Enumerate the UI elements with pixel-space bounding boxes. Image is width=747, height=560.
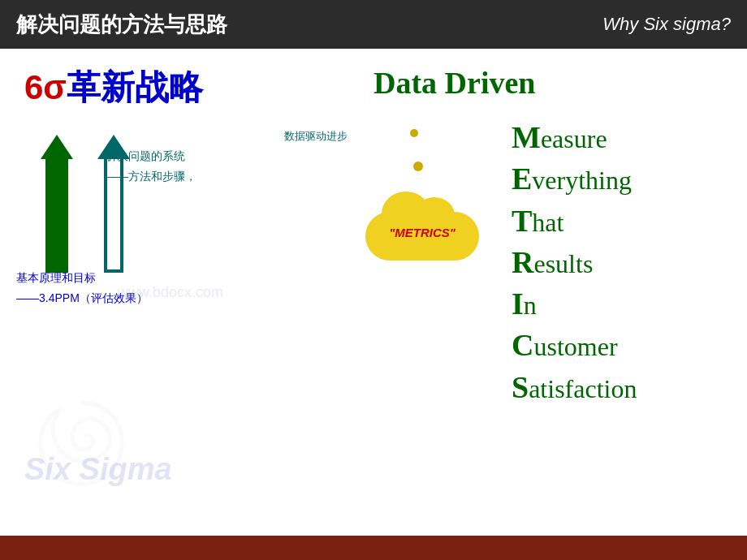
header-title: 解决问题的方法与思路	[16, 11, 227, 39]
metrics-word-everything: Everything	[512, 158, 637, 200]
header: 解决问题的方法与思路 Why Six sigma?	[0, 0, 747, 49]
left-panel: 6σ革新战略 解决问题的系统 ——方法和步骤，	[0, 49, 341, 536]
rest-satisfaction: atisfaction	[529, 374, 637, 403]
arrow-shaft-filled	[45, 159, 68, 273]
dot-1	[410, 129, 418, 137]
rest-customer: ustomer	[533, 332, 617, 361]
text-block-principles: 基本原理和目标 ——3.4PPM（评估效果）	[16, 268, 148, 308]
rest-results: esults	[533, 249, 593, 278]
metrics-word-measure: Measure	[512, 117, 637, 158]
footer	[0, 536, 747, 560]
letter-R: R	[512, 245, 533, 279]
metrics-subtitle: 数据驱动进步	[284, 129, 348, 144]
metrics-word-in: In	[512, 283, 637, 325]
metrics-container: 数据驱动进步 "METRICS" Measure Everything	[349, 113, 731, 408]
metrics-word-that: That	[512, 200, 637, 242]
letter-C: C	[512, 328, 533, 362]
arrow-head-filled	[41, 135, 73, 159]
title-rest: 革新战略	[67, 68, 203, 106]
data-driven-title: Data Driven	[374, 65, 731, 101]
letter-E: E	[512, 162, 532, 196]
text-methods-line2: ——方法和步骤，	[106, 166, 196, 187]
dot-2	[413, 162, 423, 171]
right-panel: Data Driven 数据驱动进步 "METRICS"	[341, 49, 747, 536]
letter-M: M	[512, 120, 541, 154]
rest-in: n	[524, 291, 537, 320]
letter-T: T	[512, 204, 532, 238]
title-six-sigma: 6σ	[24, 68, 67, 106]
metrics-words: Measure Everything That Results In	[512, 117, 637, 408]
metrics-word-results: Results	[512, 242, 637, 283]
arrow-filled	[41, 135, 73, 273]
metrics-word-customer: Customer	[512, 325, 637, 366]
rest-measure: easure	[541, 124, 607, 153]
metrics-word-satisfaction: Satisfaction	[512, 367, 637, 408]
swirl-icon	[32, 394, 130, 495]
text-methods-line1: 解决问题的系统	[106, 146, 196, 166]
rest-everything: verything	[532, 166, 632, 195]
text-principles-line2: ——3.4PPM（评估效果）	[16, 288, 148, 308]
letter-I: I	[512, 286, 524, 321]
cloud-shape: "METRICS"	[357, 196, 487, 269]
main-content: 6σ革新战略 解决问题的系统 ——方法和步骤，	[0, 49, 747, 536]
dots-cloud-container: 数据驱动进步 "METRICS"	[349, 129, 495, 269]
slide: 解决问题的方法与思路 Why Six sigma? 6σ革新战略	[0, 0, 747, 560]
text-block-methods: 解决问题的系统 ——方法和步骤，	[106, 146, 196, 187]
header-subtitle: Why Six sigma?	[602, 14, 731, 35]
main-title: 6σ革新战略	[24, 65, 325, 110]
text-principles-line1: 基本原理和目标	[16, 268, 148, 288]
cloud-text: "METRICS"	[389, 226, 456, 239]
rest-that: hat	[532, 208, 563, 237]
letter-S: S	[512, 370, 529, 404]
